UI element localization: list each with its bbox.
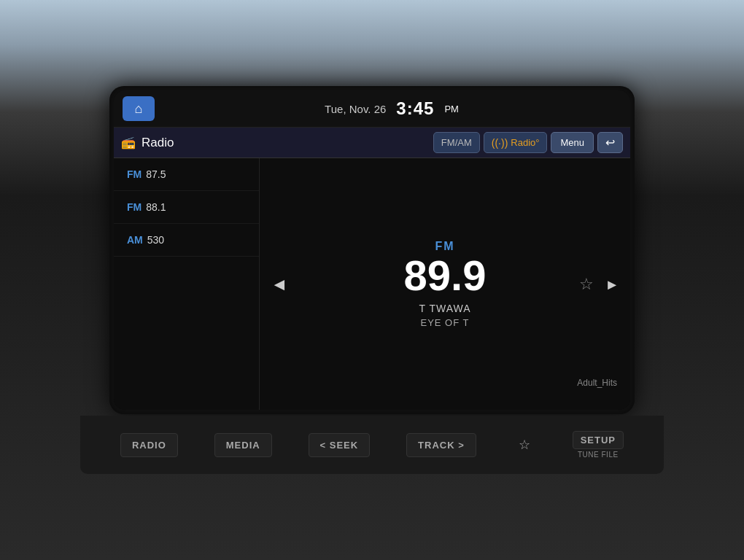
station-list: FM 87.5 FM 88.1 AM 530 <box>114 158 260 410</box>
station-item-2[interactable]: FM 88.1 <box>114 191 259 224</box>
radio-phys-button[interactable]: RADIO <box>120 433 178 457</box>
menu-button[interactable]: Menu <box>551 132 594 153</box>
station-band-3: AM <box>127 234 143 246</box>
back-button[interactable]: ↩ <box>597 132 623 153</box>
station-freq-3: 530 <box>147 234 164 246</box>
radio-label: 📻 Radio <box>121 136 427 150</box>
title-bar: 📻 Radio FM/AM ((·)) Radio° Menu ↩ <box>114 128 630 158</box>
tune-file-label: TUNE FILE <box>578 451 619 459</box>
genre-label: Adult_Hits <box>577 378 617 388</box>
hd-radio-label: Radio° <box>511 137 539 148</box>
station-freq-1: 87.5 <box>146 168 166 180</box>
date-time-display: Tue, Nov. 26 3:45 PM <box>162 98 621 119</box>
nav-right-button[interactable]: ► <box>605 276 619 292</box>
date-text: Tue, Nov. 26 <box>325 103 386 115</box>
now-playing-panel: ◄ FM 89.9 T TWAWA EYE OF T ☆ ► Adult_Hit… <box>260 158 630 410</box>
radio-title: Radio <box>142 136 174 150</box>
frequency-display: 89.9 <box>404 254 487 297</box>
station-band-1: FM <box>127 168 142 180</box>
hd-icon: ((·)) <box>492 137 508 149</box>
radio-icon: 📻 <box>121 136 136 149</box>
setup-phys-button[interactable]: SETUP <box>573 431 624 449</box>
media-phys-button[interactable]: MEdIA <box>214 433 272 457</box>
infotainment-screen: ⌂ Tue, Nov. 26 3:45 PM 📻 Radio FM/AM ((· <box>114 90 630 410</box>
setup-group: SETUP TUNE FILE <box>573 431 624 459</box>
favorite-button[interactable]: ☆ <box>579 275 594 294</box>
track-phys-button[interactable]: TRACK > <box>406 433 476 457</box>
top-bar: ⌂ Tue, Nov. 26 3:45 PM <box>114 90 630 128</box>
nav-left-button[interactable]: ◄ <box>271 274 288 295</box>
now-playing-info: FM 89.9 T TWAWA EYE OF T <box>404 240 487 328</box>
home-icon: ⌂ <box>135 101 143 117</box>
station-item-1[interactable]: FM 87.5 <box>114 158 259 191</box>
home-button[interactable]: ⌂ <box>123 96 155 121</box>
hd-radio-button[interactable]: ((·)) Radio° <box>484 132 548 153</box>
car-background: ⌂ Tue, Nov. 26 3:45 PM 📻 Radio FM/AM ((· <box>0 0 744 560</box>
station-item-3[interactable]: AM 530 <box>114 224 259 257</box>
physical-buttons-row: RADIO MEdIA < SEEK TRACK > ☆ SETUP TUNE … <box>80 416 664 474</box>
button-group: FM/AM ((·)) Radio° Menu ↩ <box>433 132 623 153</box>
station-freq-2: 88.1 <box>146 201 166 213</box>
screen-bezel: ⌂ Tue, Nov. 26 3:45 PM 📻 Radio FM/AM ((· <box>109 86 635 414</box>
station-band-2: FM <box>127 201 142 213</box>
fmam-button[interactable]: FM/AM <box>433 132 480 153</box>
main-content: FM 87.5 FM 88.1 AM 530 ◄ <box>114 158 630 410</box>
star-phys-button[interactable]: ☆ <box>513 431 536 459</box>
time-text: 3:45 <box>396 98 434 119</box>
station-name: T TWAWA <box>404 303 487 314</box>
ampm-text: PM <box>444 104 459 114</box>
song-title: EYE OF T <box>404 317 487 328</box>
seek-phys-button[interactable]: < SEEK <box>309 433 371 457</box>
